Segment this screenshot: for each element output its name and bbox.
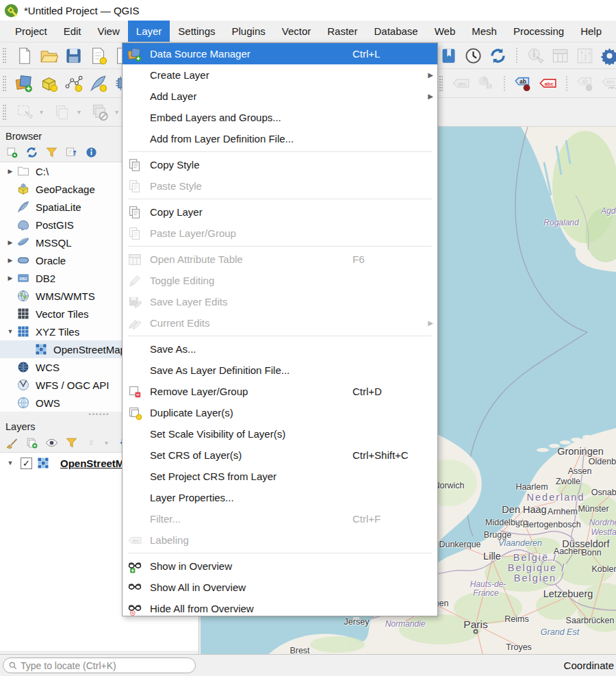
menu-item-remove-layer-group[interactable]: Remove Layer/GroupCtrl+D [123,381,437,402]
dropdown-caret-icon[interactable]: ▾ [77,108,84,116]
abc-red-button[interactable]: abc [539,74,557,92]
toolbar-drag-handle[interactable] [3,105,6,120]
menu-plugins[interactable]: Plugins [224,21,274,42]
attr-table-button[interactable] [551,47,569,65]
menu-item-set-crs-of-layer-s[interactable]: Set CRS of Layer(s)Ctrl+Shift+C [123,445,437,466]
menu-view[interactable]: View [90,21,128,42]
menu-item-duplicate-layer-s[interactable]: Duplicate Layer(s) [123,402,437,423]
menu-item-hide-all-from-overview[interactable]: Hide All from Overview [123,598,437,619]
layer-expander-icon[interactable]: ▼ [4,460,16,466]
toolbar-drag-handle[interactable] [3,76,6,91]
menu-item-add-from-layer-definition-file[interactable]: Add from Layer Definition File... [123,128,437,149]
dropdown-caret-icon[interactable]: ▾ [40,108,47,116]
svg-text:ε: ε [90,438,94,447]
deselect-button[interactable] [53,103,71,121]
menu-item-copy-style[interactable]: Copy Style [123,154,437,175]
menu-item-paste-style[interactable]: Paste Style [123,175,437,197]
refresh-button[interactable] [489,47,507,65]
menu-vector[interactable]: Vector [274,21,320,42]
menu-raster[interactable]: Raster [319,21,365,42]
new-geopackage-button[interactable] [40,74,58,92]
layers-no-button[interactable] [90,103,109,121]
expander-icon[interactable]: ▶ [4,275,16,281]
clock-button[interactable] [464,47,483,65]
menu-item-add-layer[interactable]: Add Layer▶ [123,86,437,107]
menu-edit[interactable]: Edit [55,21,90,42]
layer-visibility-checkbox[interactable]: ✓ [21,458,32,469]
dropdown-caret-icon[interactable]: ▾ [115,108,122,116]
brush-button[interactable] [5,436,18,449]
menu-item-show-in-overview[interactable]: Show in Overview [123,555,437,577]
new-layout-button[interactable] [89,47,107,65]
menu-item-save-as-layer-definition-file[interactable]: Save As Layer Definition File... [123,360,437,381]
new-shapefile-button[interactable] [64,74,83,92]
menu-item-filter[interactable]: Filter...Ctrl+F [123,508,437,529]
menu-settings[interactable]: Settings [170,21,223,42]
map-label-koblenz: Koblenz [591,564,616,574]
toolbar-drag-handle[interactable] [439,76,443,91]
statistics-button[interactable] [576,47,594,65]
menu-item-label: Paste Layer/Group [150,227,352,239]
epsilon-button[interactable]: ε [85,436,98,449]
menu-item-show-all-in-overview[interactable]: Show All in Overview [123,577,437,598]
menu-layer[interactable]: Layer [128,21,170,42]
bookmark-button[interactable] [439,47,458,65]
menu-item-labeling[interactable]: abcLabeling [123,529,437,551]
menu-item-layer-properties[interactable]: Layer Properties... [123,487,437,508]
svg-text:abc: abc [132,538,140,542]
remove-layer-icon [127,384,142,399]
expander-icon[interactable]: ▶ [4,168,16,175]
menu-item-save-layer-edits[interactable]: Save Layer Edits [123,291,437,312]
menu-item-data-source-manager[interactable]: Data Source ManagerCtrl+L [123,43,437,64]
menu-item-label: Create Layer [150,69,352,81]
menu-item-toggle-editing[interactable]: Toggle Editing [123,270,437,291]
eye-button[interactable] [45,436,58,449]
expander-icon[interactable]: ▶ [4,257,16,264]
toolbar-drag-handle[interactable] [3,48,6,63]
locate-search-box[interactable] [3,658,196,673]
menu-item-open-attribute-table[interactable]: Open Attribute TableF6 [123,249,437,270]
add-layer-button[interactable] [5,146,18,159]
dsm-icon [127,47,142,62]
menu-item-create-layer[interactable]: Create Layer▶ [123,64,437,86]
ab-pin-blue-button[interactable]: ab [514,74,532,92]
collapse-button[interactable] [65,146,78,159]
dsm-button[interactable] [15,74,34,92]
info-button[interactable] [85,146,98,159]
locate-input[interactable] [21,660,178,671]
dropdown-caret-icon[interactable]: ▾ [105,439,112,447]
processing-gear-button[interactable] [600,47,616,65]
identify-button[interactable] [526,47,545,65]
menu-database[interactable]: Database [365,21,426,42]
menu-processing[interactable]: Processing [505,21,572,42]
select-rect-button[interactable] [15,103,34,121]
ab-pin-gray-button[interactable]: ab [576,74,595,92]
expander-icon[interactable]: ▼ [4,328,16,335]
menu-mesh[interactable]: Mesh [463,21,505,42]
menu-item-embed-layers-and-groups[interactable]: Embed Layers and Groups... [123,107,437,128]
expander-icon[interactable]: ▶ [4,239,16,246]
open-folder-button[interactable] [40,47,58,65]
filter-funnel-button[interactable] [65,436,78,449]
abc-tag-button[interactable]: abc [452,74,470,92]
filter-funnel-button[interactable] [45,146,58,159]
menu-help[interactable]: Help [572,21,610,42]
menu-item-save-as[interactable]: Save As... [123,338,437,360]
new-file-button[interactable] [15,47,34,65]
menu-item-set-scale-visibility-of-layer-s[interactable]: Set Scale Visibility of Layer(s) [123,423,437,445]
menu-project[interactable]: Project [7,21,55,42]
menu-item-set-project-crs-from-layer[interactable]: Set Project CRS from Layer [123,466,437,487]
save-button[interactable] [64,47,83,65]
menu-item-paste-layer-group[interactable]: Paste Layer/Group [123,223,437,244]
new-spatialite-button[interactable] [89,74,107,92]
menu-item-current-edits[interactable]: Current Edits▶ [123,312,437,334]
menu-web[interactable]: Web [426,21,464,42]
paste-icon [127,179,142,194]
menu-item-copy-layer[interactable]: Copy Layer [123,201,437,223]
abc-eye-button[interactable]: abc [601,74,616,92]
add-group-button[interactable] [25,436,38,449]
menu-icon-spacer [127,132,142,147]
map-label-vlaanderen: Vlaanderen [498,538,542,548]
refresh-button[interactable] [25,146,38,159]
diagram-button[interactable] [476,74,495,92]
